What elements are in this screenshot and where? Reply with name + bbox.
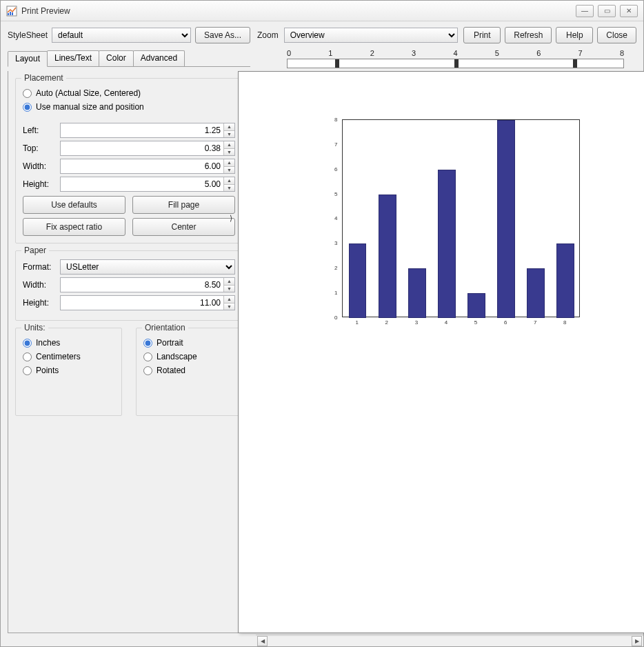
paper-height-input[interactable] — [61, 298, 223, 308]
units-cm-radio[interactable] — [23, 352, 32, 361]
horizontal-ruler-ticks: 012345678 — [287, 49, 624, 59]
height-input[interactable] — [61, 179, 223, 189]
help-button[interactable]: Help — [556, 27, 593, 43]
left-spinner[interactable]: ▲▼ — [223, 123, 234, 137]
width-input[interactable] — [61, 161, 223, 171]
bar — [438, 170, 456, 318]
units-pt-radio[interactable] — [23, 366, 32, 375]
units-title: Units: — [21, 323, 48, 332]
bar-chart: 12345678012345678 — [342, 119, 580, 317]
maximize-button[interactable]: ▭ — [598, 5, 616, 17]
orientation-rotated-radio[interactable] — [143, 366, 152, 375]
horizontal-scrollbar[interactable]: ◀ ▶ — [256, 635, 643, 646]
bar — [556, 243, 574, 318]
zoom-select[interactable]: Overview — [284, 28, 459, 43]
bar — [379, 195, 396, 318]
top-label: Top: — [23, 143, 56, 153]
format-label: Format: — [23, 262, 56, 272]
titlebar: Print Preview — ▭ ✕ — [1, 1, 643, 21]
top-spinner[interactable]: ▲▼ — [223, 141, 234, 155]
svg-rect-1 — [8, 13, 9, 15]
tab-layout[interactable]: Layout — [8, 51, 48, 67]
print-button[interactable]: Print — [463, 27, 501, 43]
placement-manual-radio[interactable] — [23, 103, 32, 112]
left-pane: StyleSheet default Save As... Layout Lin… — [8, 27, 250, 633]
bar — [527, 268, 545, 318]
window-buttons: — ▭ ✕ — [576, 5, 638, 17]
orientation-rotated-label: Rotated — [157, 366, 185, 375]
height-label: Height: — [23, 179, 56, 189]
tabs: Layout Lines/Text Color Advanced — [8, 50, 250, 67]
tab-lines-text[interactable]: Lines/Text — [47, 50, 99, 66]
zoom-row: Zoom Overview Print Refresh Help Close — [257, 27, 636, 43]
width-label: Width: — [23, 161, 56, 171]
paper-title: Paper — [21, 246, 49, 255]
orientation-group: Orientation Portrait Landscape Rotated — [136, 328, 243, 416]
units-inches-radio[interactable] — [23, 339, 32, 348]
bar — [408, 268, 426, 318]
units-pt-label: Points — [36, 366, 59, 375]
height-spinner[interactable]: ▲▼ — [223, 177, 234, 191]
bar — [467, 293, 485, 318]
placement-auto-radio[interactable] — [23, 89, 32, 98]
units-group: Units: Inches Centimeters Points — [15, 328, 122, 416]
stylesheet-select[interactable]: default — [52, 28, 191, 43]
page-preview-area: 12345678012345678 ⟩ ⌃⌄ — [288, 71, 622, 633]
left-label: Left: — [23, 126, 56, 135]
body: StyleSheet default Save As... Layout Lin… — [1, 21, 643, 635]
scroll-right-icon[interactable]: ▶ — [632, 636, 642, 646]
stylesheet-row: StyleSheet default Save As... — [8, 27, 250, 43]
save-as-button[interactable]: Save As... — [195, 27, 250, 43]
print-preview-window: Print Preview — ▭ ✕ StyleSheet default S… — [0, 0, 644, 647]
bar — [349, 243, 367, 318]
preview-row: 01234567891011 12345678012345678 ⟩ ⌃⌄ ▲ … — [257, 71, 636, 633]
refresh-button[interactable]: Refresh — [505, 27, 552, 43]
right-pane: Zoom Overview Print Refresh Help Close 0… — [257, 27, 636, 633]
minimize-button[interactable]: — — [576, 5, 594, 17]
paper-width-spinner[interactable]: ▲▼ — [223, 278, 234, 292]
placement-title: Placement — [21, 73, 66, 83]
tab-color[interactable]: Color — [99, 50, 134, 66]
placement-auto-label: Auto (Actual Size, Centered) — [36, 88, 141, 98]
paper-width-input[interactable] — [61, 280, 223, 290]
orientation-portrait-label: Portrait — [157, 338, 183, 348]
svg-rect-2 — [10, 12, 11, 15]
placement-group: Placement Auto (Actual Size, Centered) U… — [15, 78, 243, 243]
scroll-left-icon[interactable]: ◀ — [257, 636, 268, 646]
orientation-landscape-radio[interactable] — [143, 352, 152, 361]
tab-body: Placement Auto (Actual Size, Centered) U… — [8, 71, 250, 633]
paper-width-label: Width: — [23, 280, 56, 290]
orientation-title: Orientation — [142, 323, 188, 332]
horizontal-ruler[interactable] — [287, 59, 624, 68]
top-input[interactable] — [61, 143, 223, 153]
paper-group: Paper Format:USLetter Width:▲▼ Height:▲▼ — [15, 250, 243, 321]
paper-height-label: Height: — [23, 298, 56, 308]
center-button[interactable]: Center — [132, 218, 235, 236]
paper-height-spinner[interactable]: ▲▼ — [223, 296, 234, 310]
fix-aspect-button[interactable]: Fix aspect ratio — [23, 218, 125, 236]
horizontal-ruler-wrap: 012345678 — [287, 49, 624, 68]
close-window-button[interactable]: ✕ — [620, 5, 638, 17]
placement-manual-label: Use manual size and position — [36, 102, 144, 112]
left-input[interactable] — [61, 126, 223, 135]
window-title: Print Preview — [21, 6, 576, 16]
svg-rect-3 — [12, 12, 13, 15]
width-spinner[interactable]: ▲▼ — [223, 159, 234, 173]
close-button[interactable]: Close — [597, 27, 636, 43]
use-defaults-button[interactable]: Use defaults — [23, 196, 125, 214]
orientation-portrait-radio[interactable] — [143, 339, 152, 348]
bar — [497, 120, 515, 318]
orientation-landscape-label: Landscape — [157, 352, 197, 361]
stylesheet-label: StyleSheet — [8, 30, 48, 40]
tab-advanced[interactable]: Advanced — [133, 50, 185, 66]
fill-page-button[interactable]: Fill page — [132, 196, 235, 214]
units-inches-label: Inches — [36, 338, 60, 348]
page[interactable]: 12345678012345678 — [238, 71, 644, 633]
paper-format-select[interactable]: USLetter — [60, 259, 235, 275]
app-icon — [6, 6, 17, 17]
units-cm-label: Centimeters — [36, 352, 81, 361]
zoom-label: Zoom — [257, 30, 279, 40]
